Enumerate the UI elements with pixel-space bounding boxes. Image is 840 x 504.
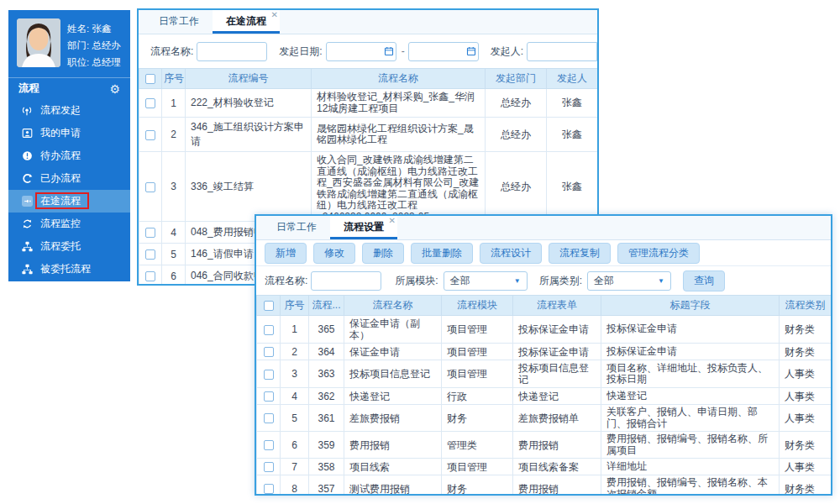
manage-category-button[interactable]: 管理流程分类 [617, 243, 700, 264]
select-all-checkbox[interactable] [264, 301, 274, 311]
row-checkbox[interactable] [145, 130, 155, 140]
module-select[interactable]: 全部 ▼ [444, 271, 528, 291]
cell-no: 6 [281, 432, 309, 459]
row-checkbox[interactable] [264, 462, 274, 472]
cell-module: 财务 [442, 405, 513, 432]
table-row[interactable]: 2364保证金申请项目管理投标保证金申请投标保证金申请财务类 [257, 344, 832, 360]
table-row[interactable]: 3336_竣工结算收入合同_改建铁路成渝线增建第二直通线（成渝枢纽）电力线路迁改… [139, 152, 598, 222]
category-select[interactable]: 全部 ▼ [587, 271, 671, 291]
sitemap-icon [20, 264, 34, 275]
process-settings-table: 序号流程...流程名称流程模块流程表单标题字段流程类别 1365保证金申请（副本… [256, 295, 832, 496]
table-row[interactable]: 7358项目线索项目管理项目线索备案详细地址人事类 [257, 459, 832, 475]
cell-text: 晟铭园林绿化工程组织设计方案_晟铭园林绿化工程 [317, 123, 480, 146]
column-header: 流程编号 [186, 69, 312, 89]
panel1-tabbar: 日常工作 在途流程 ✕ [139, 10, 597, 34]
select-all-checkbox[interactable] [145, 74, 155, 84]
tab-in-transit[interactable]: 在途流程 ✕ [213, 10, 280, 34]
column-header: 发起部门 [486, 69, 547, 89]
tab-label: 在途流程 [226, 15, 266, 27]
table-row[interactable]: 5361差旅费报销财务差旅费报销单关联客户、报销人、申请日期、部门、报销合计人事… [257, 405, 832, 432]
cell-no: 5 [162, 244, 186, 265]
sidebar-item-in-transit-processes[interactable]: 在途流程 [8, 190, 130, 213]
table-row[interactable]: 2346_施工组织设计方案申请晟铭园林绿化工程组织设计方案_晟铭园林绿化工程总经… [139, 118, 598, 152]
delete-button[interactable]: 删除 [362, 243, 404, 264]
close-icon[interactable]: ✕ [271, 10, 278, 20]
row-select-cell [139, 118, 162, 152]
cell-name: 收入合同_改建铁路成渝线增建第二直通线（成渝枢纽）电力线路迁改工程_西安盛器金属… [312, 152, 486, 222]
start-date-from [326, 42, 396, 61]
sidebar-menu: 流程发起我的申请待办流程已办流程在途流程流程监控流程委托被委托流程 [8, 99, 130, 281]
sidebar-item-my-applications[interactable]: 我的申请 [8, 122, 130, 144]
tab-daily-work[interactable]: 日常工作 [145, 10, 213, 34]
cell-form: 快递登记 [513, 388, 601, 405]
sidebar-item-label: 流程委托 [40, 239, 81, 254]
row-select-cell [139, 265, 162, 286]
gear-icon[interactable]: ⚙ [109, 82, 120, 96]
table-row[interactable]: 1222_材料验收登记材料验收登记_材料采购_张鑫_华润12城房建工程项目总经办… [139, 89, 598, 118]
row-checkbox[interactable] [264, 347, 274, 357]
row-checkbox[interactable] [145, 98, 155, 108]
panel2-filters: 流程名称: 所属模块: 全部 ▼ 所属类别: 全部 ▼ 查询 [256, 266, 831, 295]
row-checkbox[interactable] [264, 484, 274, 494]
query-button[interactable]: 查询 [683, 270, 725, 291]
row-checkbox[interactable] [264, 370, 274, 380]
row-checkbox[interactable] [145, 271, 155, 281]
batch-delete-button[interactable]: 批量删除 [411, 243, 473, 264]
sidebar-item-done-processes[interactable]: 已办流程 [8, 167, 130, 190]
row-select-cell [257, 475, 281, 496]
close-icon[interactable]: ✕ [389, 216, 396, 226]
row-checkbox[interactable] [264, 413, 274, 423]
table-row[interactable]: 3363投标项目信息登记项目管理投标项目信息登记项目名称、详细地址、投标负责人、… [257, 360, 832, 388]
cell-no: 7 [281, 459, 309, 475]
sidebar-item-process-initiate[interactable]: 流程发起 [8, 99, 130, 122]
table-row[interactable]: 6359费用报销管理类费用报销费用报销、报销编号、报销名称、所属项目财务类 [257, 432, 832, 459]
sidebar-item-process-delegate[interactable]: 流程委托 [8, 235, 130, 258]
tab-daily-work[interactable]: 日常工作 [263, 216, 330, 239]
cell-title: 项目名称、详细地址、投标负责人、投标日期 [601, 360, 780, 388]
avatar [17, 18, 60, 67]
process-name-input[interactable] [311, 271, 381, 291]
column-header: 流程表单 [513, 296, 601, 316]
cell-name: 材料验收登记_材料采购_张鑫_华润12城房建工程项目 [312, 89, 486, 118]
calendar-icon[interactable] [384, 46, 394, 56]
sidebar-item-process-monitor[interactable]: 流程监控 [8, 213, 130, 235]
cell-code: 358 [309, 459, 344, 475]
sidebar-item-delegated-processes[interactable]: 被委托流程 [8, 258, 130, 281]
add-button[interactable]: 新增 [265, 243, 307, 264]
row-checkbox[interactable] [264, 325, 274, 335]
process-design-button[interactable]: 流程设计 [480, 243, 542, 264]
row-checkbox[interactable] [145, 228, 155, 238]
calendar-icon[interactable] [466, 46, 476, 56]
row-checkbox[interactable] [145, 249, 155, 260]
sync-icon [20, 218, 34, 229]
cell-name: 保证金申请（副本） [344, 316, 442, 344]
cell-category: 人事类 [780, 405, 832, 432]
row-checkbox[interactable] [145, 182, 155, 192]
table-row[interactable]: 4362快递登记行政快递登记快递登记人事类 [257, 388, 832, 405]
tab-process-settings[interactable]: 流程设置 ✕ [330, 216, 397, 239]
initiator-input[interactable] [527, 42, 597, 61]
process-name-input[interactable] [197, 42, 267, 61]
cell-text: 投标保证金申请 [606, 346, 774, 358]
column-header: 流程... [309, 296, 344, 316]
cell-name: 晟铭园林绿化工程组织设计方案_晟铭园林绿化工程 [312, 118, 486, 152]
edit-button[interactable]: 修改 [313, 243, 355, 264]
sitemap-icon [20, 241, 34, 252]
table-row[interactable]: 8357测试费用报销财务费用报销费用报销、报销编号、报销名称、本次报销金额财务类 [257, 475, 832, 496]
row-select-cell [257, 432, 281, 459]
cell-code: 359 [309, 432, 344, 459]
refresh-icon [20, 173, 34, 184]
row-checkbox[interactable] [264, 391, 274, 402]
row-select-cell [257, 316, 281, 344]
cell-title: 费用报销、报销编号、报销名称、本次报销金额 [601, 475, 780, 496]
window-process-settings: 日常工作 流程设置 ✕ 新增修改删除批量删除流程设计流程复制管理流程分类 流程名… [255, 214, 832, 496]
column-header: 流程名称 [344, 296, 442, 316]
date-separator: - [402, 45, 405, 57]
cell-form: 投标保证金申请 [513, 316, 601, 344]
sidebar-item-todo-processes[interactable]: 待办流程 [8, 144, 130, 167]
sidebar-item-label: 待办流程 [40, 149, 81, 163]
table-row[interactable]: 1365保证金申请（副本）项目管理投标保证金申请投标保证金申请财务类 [257, 316, 832, 344]
row-checkbox[interactable] [264, 440, 274, 450]
process-copy-button[interactable]: 流程复制 [549, 243, 611, 264]
row-select-cell [139, 222, 162, 244]
